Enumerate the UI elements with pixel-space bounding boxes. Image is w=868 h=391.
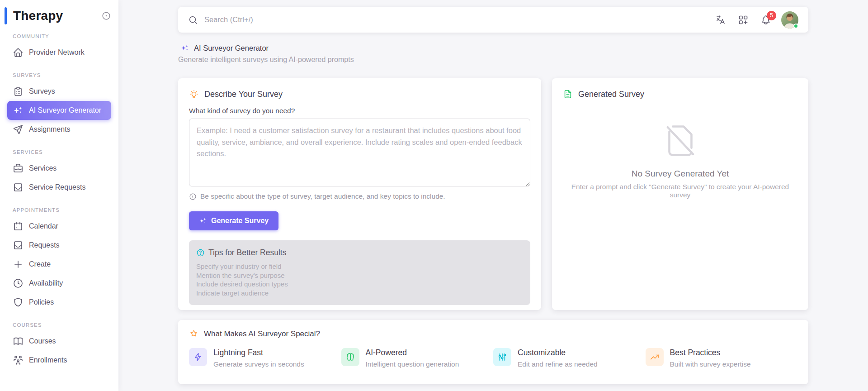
sidebar-section-courses: COURSES Courses Enrollments [0,322,118,370]
sidebar-item-requests[interactable]: Requests [0,236,118,255]
sparkles-icon [13,105,24,116]
topbar: 5 [178,7,808,33]
sparkles-icon [180,43,189,52]
app-logo: Therapy [13,9,101,23]
sidebar-item-label: Service Requests [29,183,85,191]
search-input[interactable] [204,15,703,24]
sidebar-item-provider-network[interactable]: Provider Network [0,43,118,62]
sidebar-section-services: SERVICES Services Service Requests [0,149,118,197]
sidebar-item-label: Create [29,260,51,268]
grid-plus-icon[interactable] [738,14,749,25]
feature-title: Customizable [518,348,598,358]
survey-prompt-textarea[interactable] [189,119,530,186]
clock-icon [13,278,24,289]
features-grid: Lightning Fast Generate surveys in secon… [189,348,797,368]
sidebar-item-surveys[interactable]: Surveys [0,82,118,101]
topbar-actions: 5 [703,11,798,29]
sidebar-item-label: Availability [29,279,63,287]
search-icon [188,15,198,25]
sidebar-item-label: Enrollments [29,356,67,364]
sidebar-item-label: Policies [29,298,54,306]
sparkles-icon [199,217,207,225]
inbox-icon [13,240,24,251]
sidebar-item-label: Provider Network [29,48,85,57]
notification-badge: 5 [767,11,776,20]
sidebar-item-availability[interactable]: Availability [0,274,118,293]
feature-caption: Intelligent question generation [366,360,459,368]
trending-up-icon [646,348,664,366]
helper-text: Be specific about the type of survey, ta… [200,192,445,200]
zap-icon [189,348,207,366]
describe-survey-card: Describe Your Survey What kind of survey… [178,78,541,310]
feature-title: Lightning Fast [213,348,304,358]
book-icon [13,336,24,347]
file-text-icon [563,89,573,99]
sidebar-section-appointments: APPOINTMENTS Calendar Requests Create Av… [0,207,118,312]
shield-icon [13,297,24,308]
tips-title: Tips for Better Results [208,248,286,257]
sidebar-item-services[interactable]: Services [0,159,118,178]
page-subtitle: Generate intelligent surveys using AI-po… [178,56,808,64]
lightbulb-icon [189,89,199,99]
language-icon[interactable] [715,14,726,25]
sidebar-item-enrollments[interactable]: Enrollments [0,351,118,370]
sidebar-item-create[interactable]: Create [0,255,118,274]
sidebar-item-label: Requests [29,241,60,249]
plus-icon [13,259,24,270]
feature-title: AI-Powered [366,348,459,358]
file-off-icon [661,122,699,160]
feature-ai-powered: AI-Powered Intelligent question generati… [341,348,494,368]
prompt-label: What kind of survey do you need? [189,107,530,115]
user-avatar[interactable] [781,11,798,29]
feature-caption: Built with survey expertise [670,360,751,368]
tips-list: Specify your industry or field Mention t… [196,262,523,297]
feature-title: Best Practices [670,348,751,358]
calendar-icon [13,221,24,232]
logo-row: Therapy [0,0,118,25]
feature-caption: Edit and refine as needed [518,360,598,368]
section-label: COMMUNITY [0,33,118,39]
section-label: APPOINTMENTS [0,207,118,213]
send-icon [13,124,24,135]
features-card: What Makes AI Surveyor Special? Lightnin… [178,320,808,384]
tip-item: Include desired question types [196,280,523,289]
search-bar[interactable] [188,15,703,25]
page-header: AI Surveyor Generator Generate intellige… [178,43,808,64]
generate-survey-button[interactable]: Generate Survey [189,211,278,230]
sidebar-item-policies[interactable]: Policies [0,293,118,312]
sliders-icon [493,348,511,366]
feature-caption: Generate surveys in seconds [213,360,304,368]
star-icon [189,329,198,339]
empty-state-caption: Enter a prompt and click "Generate Surve… [563,183,797,199]
sidebar-section-community: COMMUNITY Provider Network [0,33,118,62]
empty-state-title: No Survey Generated Yet [632,169,729,179]
tips-box: Tips for Better Results Specify your ind… [189,240,530,305]
card-title: Describe Your Survey [204,90,283,99]
sidebar-nav: COMMUNITY Provider Network SURVEYS Surve… [0,25,118,370]
bell-icon[interactable]: 5 [760,14,771,25]
help-circle-icon [196,248,205,257]
sidebar: Therapy COMMUNITY Provider Network SURVE… [0,0,118,391]
home-icon [13,47,24,58]
sidebar-item-label: Services [29,164,57,172]
sidebar-item-service-requests[interactable]: Service Requests [0,178,118,197]
feature-best-practices: Best Practices Built with survey experti… [646,348,798,368]
sidebar-item-assignments[interactable]: Assignments [0,120,118,139]
briefcase-icon [13,163,24,174]
sidebar-collapse-toggle-icon[interactable] [101,11,111,21]
page-title: AI Surveyor Generator [194,44,269,52]
main-content: 5 AI Surveyor Generator [118,7,868,384]
features-title: What Makes AI Surveyor Special? [204,329,320,339]
card-title: Generated Survey [578,90,644,99]
feature-lightning-fast: Lightning Fast Generate surveys in secon… [189,348,341,368]
sidebar-item-label: Courses [29,337,56,345]
sidebar-item-label: AI Surveyor Generator [29,106,101,114]
inbox-icon [13,182,24,193]
brain-icon [341,348,359,366]
sidebar-item-ai-surveyor-generator[interactable]: AI Surveyor Generator [7,101,111,120]
sidebar-item-calendar[interactable]: Calendar [0,217,118,236]
generated-survey-card: Generated Survey No Survey Generated Yet… [552,78,808,310]
feature-customizable: Customizable Edit and refine as needed [493,348,646,368]
sidebar-item-courses[interactable]: Courses [0,332,118,351]
sidebar-item-label: Assignments [29,125,71,134]
